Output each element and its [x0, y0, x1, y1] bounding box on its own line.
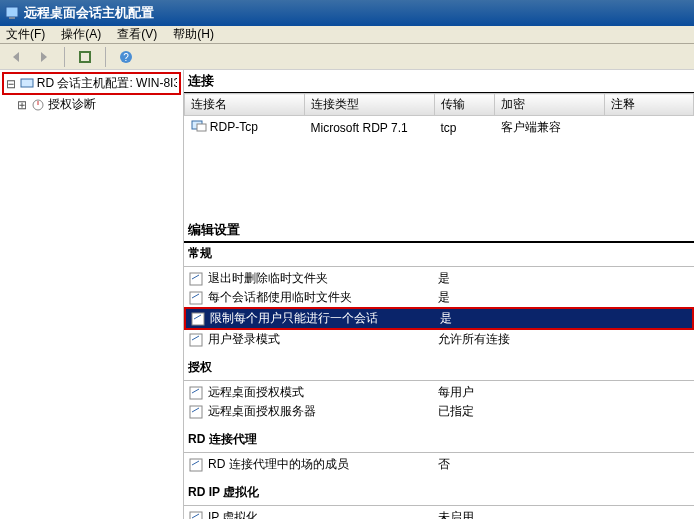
setting-icon	[188, 271, 204, 287]
setting-value: 未启用	[438, 509, 474, 519]
edit-settings-heading: 编辑设置	[184, 219, 694, 243]
cell-comment	[605, 116, 694, 140]
diagnose-icon	[30, 97, 46, 113]
setting-label: 远程桌面授权模式	[208, 384, 438, 401]
separator	[105, 47, 106, 67]
connections-heading: 连接	[184, 70, 694, 93]
menu-action[interactable]: 操作(A)	[61, 26, 101, 43]
svg-text:?: ?	[123, 52, 129, 63]
setting-icon	[188, 510, 204, 520]
help-button[interactable]: ?	[114, 46, 138, 68]
svg-rect-15	[190, 334, 202, 346]
back-button[interactable]	[4, 46, 28, 68]
svg-rect-0	[6, 7, 18, 17]
setting-del-temp[interactable]: 退出时删除临时文件夹 是	[184, 269, 694, 288]
setting-icon	[188, 404, 204, 420]
setting-icon	[188, 457, 204, 473]
connections-table: 连接名 连接类型 传输 加密 注释 RDP-Tcp Microsoft RDP …	[184, 93, 694, 139]
table-header-row: 连接名 连接类型 传输 加密 注释	[185, 94, 694, 116]
setting-label: 退出时删除临时文件夹	[208, 270, 438, 287]
cell-name: RDP-Tcp	[210, 120, 258, 134]
svg-rect-11	[197, 124, 206, 131]
highlight-box-tree: ⊟ RD 会话主机配置: WIN-8I326	[2, 72, 181, 95]
col-type[interactable]: 连接类型	[305, 94, 435, 116]
setting-value: 是	[438, 270, 450, 287]
svg-marker-3	[41, 52, 47, 62]
main: ⊟ RD 会话主机配置: WIN-8I326 ⊞ 授权诊断 连接 连接名 连接类…	[0, 70, 694, 519]
setting-label: IP 虚拟化	[208, 509, 438, 519]
category-license: 授权	[184, 357, 694, 378]
setting-value: 是	[438, 289, 450, 306]
setting-limit-one[interactable]: 限制每个用户只能进行一个会话 是	[186, 309, 692, 328]
setting-icon	[188, 385, 204, 401]
setting-login-mode[interactable]: 用户登录模式 允许所有连接	[184, 330, 694, 349]
setting-label: RD 连接代理中的场的成员	[208, 456, 438, 473]
svg-rect-17	[190, 406, 202, 418]
server-icon	[19, 76, 35, 92]
setting-ip-virtualization[interactable]: IP 虚拟化 未启用	[184, 508, 694, 519]
tree-root-node[interactable]: ⊟ RD 会话主机配置: WIN-8I326	[4, 74, 179, 93]
table-row[interactable]: RDP-Tcp Microsoft RDP 7.1 tcp 客户端兼容	[185, 116, 694, 140]
setting-icon	[190, 311, 206, 327]
svg-rect-7	[21, 79, 33, 87]
setting-icon	[188, 290, 204, 306]
setting-label: 限制每个用户只能进行一个会话	[210, 310, 440, 327]
separator	[184, 452, 694, 453]
svg-rect-14	[192, 313, 204, 325]
category-general: 常规	[184, 243, 694, 264]
menu-file[interactable]: 文件(F)	[6, 26, 45, 43]
svg-rect-16	[190, 387, 202, 399]
setting-label: 每个会话都使用临时文件夹	[208, 289, 438, 306]
col-name[interactable]: 连接名	[185, 94, 305, 116]
setting-icon	[188, 332, 204, 348]
connection-icon	[191, 123, 207, 137]
svg-rect-13	[190, 292, 202, 304]
col-encryption[interactable]: 加密	[495, 94, 605, 116]
tree-panel: ⊟ RD 会话主机配置: WIN-8I326 ⊞ 授权诊断	[0, 70, 184, 519]
app-icon	[4, 5, 20, 21]
menu-help[interactable]: 帮助(H)	[173, 26, 214, 43]
separator	[64, 47, 65, 67]
separator	[184, 505, 694, 506]
col-transport[interactable]: 传输	[435, 94, 495, 116]
menu-view[interactable]: 查看(V)	[117, 26, 157, 43]
tree-root-label: RD 会话主机配置: WIN-8I326	[37, 75, 177, 92]
cell-type: Microsoft RDP 7.1	[305, 116, 435, 140]
col-comment[interactable]: 注释	[605, 94, 694, 116]
separator	[184, 266, 694, 267]
svg-rect-12	[190, 273, 202, 285]
setting-use-temp[interactable]: 每个会话都使用临时文件夹 是	[184, 288, 694, 307]
tree-child-node[interactable]: ⊞ 授权诊断	[2, 95, 181, 114]
setting-broker-member[interactable]: RD 连接代理中的场的成员 否	[184, 455, 694, 474]
category-ipvirt: RD IP 虚拟化	[184, 482, 694, 503]
setting-value: 已指定	[438, 403, 474, 420]
svg-marker-2	[13, 52, 19, 62]
window-title: 远程桌面会话主机配置	[24, 4, 154, 22]
tree-child-label: 授权诊断	[48, 96, 96, 113]
highlight-box-setting: 限制每个用户只能进行一个会话 是	[184, 307, 694, 330]
toolbar: ?	[0, 44, 694, 70]
tree-expand-icon[interactable]: ⊞	[16, 98, 28, 112]
refresh-button[interactable]	[73, 46, 97, 68]
setting-license-mode[interactable]: 远程桌面授权模式 每用户	[184, 383, 694, 402]
menubar: 文件(F) 操作(A) 查看(V) 帮助(H)	[0, 26, 694, 44]
svg-rect-18	[190, 459, 202, 471]
tree-collapse-icon[interactable]: ⊟	[6, 77, 17, 91]
forward-button[interactable]	[32, 46, 56, 68]
setting-license-server[interactable]: 远程桌面授权服务器 已指定	[184, 402, 694, 421]
setting-value: 每用户	[438, 384, 474, 401]
svg-rect-4	[80, 52, 90, 62]
setting-value: 允许所有连接	[438, 331, 510, 348]
category-broker: RD 连接代理	[184, 429, 694, 450]
titlebar: 远程桌面会话主机配置	[0, 0, 694, 26]
setting-value: 否	[438, 456, 450, 473]
setting-label: 远程桌面授权服务器	[208, 403, 438, 420]
setting-value: 是	[440, 310, 452, 327]
setting-label: 用户登录模式	[208, 331, 438, 348]
cell-encryption: 客户端兼容	[495, 116, 605, 140]
svg-rect-1	[9, 17, 15, 19]
right-panel: 连接 连接名 连接类型 传输 加密 注释 RDP-Tcp Microsoft R…	[184, 70, 694, 519]
separator	[184, 380, 694, 381]
cell-transport: tcp	[435, 116, 495, 140]
